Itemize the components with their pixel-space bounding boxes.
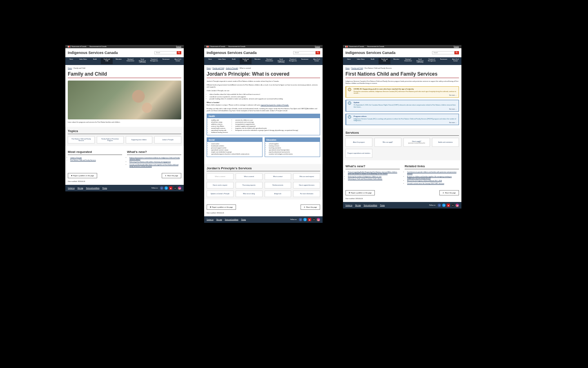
- wn-link-1[interactable]: Reforming First Nations child welfare: S…: [129, 161, 171, 163]
- intro-text: Learn about the programs and services fo…: [68, 121, 181, 123]
- mr-link-1[interactable]: First Nations Child and Family Services: [70, 159, 96, 161]
- facebook-icon[interactable]: f: [160, 186, 163, 190]
- svc-about[interactable]: About the program: [345, 138, 372, 147]
- svc-legal[interactable]: A legal rule: [265, 191, 292, 197]
- ft-terms[interactable]: Terms and conditions: [86, 187, 100, 189]
- page-title: Jordan's Principle: What is covered: [207, 71, 320, 78]
- wn-link-0[interactable]: Federal Government's Commitment to Actio…: [129, 157, 180, 160]
- youtube-icon[interactable]: ▶: [447, 204, 450, 207]
- search-button[interactable]: [454, 51, 459, 54]
- breadcrumb: Home›Family and Child: [68, 67, 181, 69]
- nav-social[interactable]: Social Programs & Community: [136, 58, 148, 64]
- nav-family-child[interactable]: Family and Child: [101, 58, 113, 64]
- instagram-icon[interactable]: ◉: [178, 186, 181, 190]
- crumb-home[interactable]: Home: [68, 67, 72, 69]
- nav-home[interactable]: Home: [65, 58, 77, 64]
- svc-who-covered[interactable]: Who is covered: [236, 173, 263, 180]
- page-title: First Nations Child and Family Services: [345, 71, 459, 78]
- topic-fvpp[interactable]: Family Violence Prevention Program: [97, 136, 124, 144]
- search-button[interactable]: [177, 51, 181, 54]
- alert-covid: !COVID-19: Supporting youth in care who …: [345, 86, 459, 98]
- services-heading: Services: [345, 131, 459, 136]
- svc-who-send[interactable]: Who can send request: [293, 173, 320, 180]
- alert-more-2[interactable]: See more →: [449, 122, 457, 123]
- facebook-icon[interactable]: f: [299, 218, 302, 221]
- nav-education[interactable]: Education: [113, 58, 125, 64]
- svc-updates[interactable]: Updates on Jordan's Principle: [207, 191, 234, 197]
- svc-who-contact[interactable]: Who to contact: [265, 173, 292, 180]
- ft-sitemap[interactable]: Site map: [78, 187, 83, 189]
- gov-top-bar: Government of Canada Gouvernement du Can…: [65, 45, 184, 48]
- topic-fncfs[interactable]: First Nations Child and Family Services: [68, 136, 95, 144]
- whats-new-heading: What's new?: [127, 150, 181, 155]
- wn-link-2[interactable]: Canada and Nishnawbe Aski Nation work to…: [129, 164, 178, 167]
- alert-more-0[interactable]: See more →: [449, 94, 457, 96]
- flickr-icon[interactable]: ••: [312, 218, 316, 221]
- language-toggle[interactable]: Français: [176, 46, 181, 47]
- services-tiles: About the program Who can apply? How to …: [345, 138, 459, 158]
- search-button[interactable]: [316, 51, 320, 54]
- gov-name-fr: Gouvernement du Canada: [89, 46, 106, 47]
- report-problem-button[interactable]: ✱ Report a problem on this page: [68, 173, 97, 178]
- most-requested-heading: Most requested: [68, 150, 122, 155]
- svc-expenditures[interactable]: Program expenditures and statistics: [345, 149, 372, 158]
- twitter-icon[interactable]: 𝕏: [442, 204, 445, 207]
- svc-who-apply[interactable]: Who can apply?: [374, 138, 401, 147]
- report-problem-button[interactable]: ✱ Report a problem on this page: [345, 190, 375, 195]
- youtube-icon[interactable]: ▶: [169, 186, 172, 190]
- svc-appeal[interactable]: How to appeal decisions: [293, 182, 320, 188]
- svg-point-2: [317, 52, 318, 53]
- language-toggle[interactable]: Français: [315, 46, 320, 47]
- breadcrumb: Home›Family and Child›Jordan's Principle…: [207, 67, 320, 69]
- mr-link-0[interactable]: Jordan's Principle: [70, 157, 82, 159]
- most-requested-list: Jordan's Principle First Nations Child a…: [68, 157, 122, 162]
- search-input[interactable]: [293, 51, 316, 54]
- svc-processing[interactable]: Processing requests: [236, 182, 263, 188]
- site-search: [154, 51, 181, 54]
- topic-inuit[interactable]: Supporting Inuit children: [126, 136, 153, 144]
- alert-more-1[interactable]: See more →: [449, 108, 457, 110]
- nav-housing[interactable]: Housing & Infrastructure: [125, 58, 136, 64]
- youtube-icon[interactable]: ▶: [308, 218, 311, 221]
- twitter-icon[interactable]: 𝕏: [303, 218, 307, 221]
- follow-label: Follow us:: [151, 187, 158, 189]
- search-input[interactable]: [432, 51, 454, 54]
- share-page-button[interactable]: ⋔ Share this page: [439, 190, 459, 195]
- svc-reimburse[interactable]: Reimbursements: [265, 182, 292, 188]
- search-input[interactable]: [154, 51, 177, 54]
- nav-governance[interactable]: Governance: [160, 58, 172, 64]
- svc-more-info[interactable]: For more information: [293, 191, 320, 197]
- share-page-button[interactable]: ⋔ Share this page: [162, 173, 181, 178]
- share-page-button[interactable]: ⋔ Share this page: [301, 204, 320, 210]
- site-title: Indigenous Services Canada: [345, 51, 396, 55]
- warning-icon: !: [348, 88, 351, 91]
- nav-indian-status[interactable]: Indian Status: [77, 58, 89, 64]
- instagram-icon[interactable]: ◉: [456, 204, 459, 207]
- jp-services-tiles: What is covered Who is covered Who to co…: [207, 173, 320, 197]
- flickr-icon[interactable]: ••: [174, 186, 177, 190]
- canada-flag-icon: [68, 46, 70, 47]
- svg-point-4: [456, 52, 457, 53]
- mock-page-2: Government of Canada Gouvernement du Can…: [204, 45, 323, 223]
- nav-disasters[interactable]: Disasters & Emergencies: [148, 58, 160, 64]
- regional-focal-link[interactable]: regional focal point for Jordan's Princi…: [261, 104, 289, 106]
- svc-how-apply[interactable]: How to apply?(provincial or territorial …: [403, 138, 430, 147]
- svc-doing[interactable]: What we are doing: [236, 191, 263, 197]
- instagram-icon[interactable]: ◉: [317, 218, 320, 221]
- svc-how-send[interactable]: How to send a request: [207, 182, 234, 188]
- info-icon: !: [348, 101, 351, 105]
- nav-health[interactable]: Health: [89, 58, 101, 64]
- language-toggle[interactable]: Français: [454, 46, 459, 47]
- topic-jordans[interactable]: Jordan's Principle: [154, 136, 181, 144]
- flickr-icon[interactable]: ••: [451, 204, 454, 207]
- report-problem-button[interactable]: ✱ Report a problem on this page: [207, 204, 236, 210]
- can-do-list: inform families about the help available…: [207, 94, 320, 100]
- mock-page-1: Government of Canada Gouvernement du Can…: [65, 45, 184, 191]
- twitter-icon[interactable]: 𝕏: [165, 186, 168, 190]
- ft-contact[interactable]: Contact us: [68, 187, 75, 189]
- ft-privacy[interactable]: Privacy: [102, 187, 107, 189]
- facebook-icon[interactable]: f: [438, 204, 441, 207]
- topics-heading: Topics: [68, 129, 181, 134]
- svc-audits[interactable]: Audits and evaluations: [432, 138, 459, 147]
- nav-about[interactable]: About Us & Contact: [172, 58, 184, 64]
